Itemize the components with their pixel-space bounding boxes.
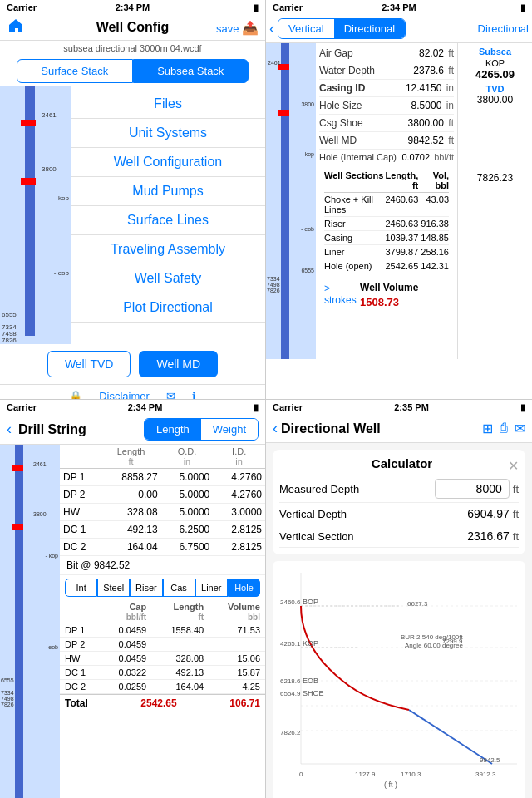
time-top-left: 2:34 PM	[116, 2, 150, 12]
well-md-button[interactable]: Well MD	[139, 351, 218, 377]
ds-row-3[interactable]: DC 1 492.13 6.2500 2.8125	[60, 521, 265, 539]
cap-cap-4: 0.0259	[101, 680, 151, 694]
cap-row-3[interactable]: DC 1 0.0322 492.13 15.87	[60, 666, 265, 680]
sec-tab-int[interactable]: Int	[65, 579, 97, 597]
tvd-label: TVD	[461, 84, 529, 94]
calc-header: ‹ Directional Well ⊞ ⎙ ✉	[266, 415, 532, 443]
well-config-panel: Carrier 2:34 PM ▮ Well Config save 📤 sub…	[0, 0, 266, 399]
ws-name-2: Casing	[324, 233, 385, 243]
home-button[interactable]	[7, 17, 25, 38]
vd-back-button[interactable]: ‹	[269, 20, 274, 37]
ds-length-1: 0.00	[101, 486, 161, 504]
ws-vol-4: 142.31	[418, 261, 449, 271]
calc-card-title: Calculator	[372, 456, 432, 470]
calculator-icon[interactable]: ⊞	[482, 421, 493, 436]
menu-mud-pumps[interactable]: Mud Pumps	[71, 177, 265, 206]
cap-length-2: 328.08	[151, 652, 209, 666]
ws-len-0: 2460.63	[385, 195, 418, 214]
ds-back-button[interactable]: ‹	[7, 421, 12, 438]
stack-buttons: Surface Stack Subsea Stack	[17, 59, 249, 83]
strokes-button[interactable]: > strokes	[324, 283, 360, 306]
sec-tab-liner[interactable]: Liner	[195, 579, 228, 597]
ds-row-4[interactable]: DC 2 164.04 6.7500 2.8125	[60, 539, 265, 556]
bit-depth-row: Bit @ 9842.52	[60, 556, 265, 575]
tab-vertical[interactable]: Vertical	[278, 19, 334, 38]
cap-col-vol: Volume bbl	[209, 600, 265, 623]
vd-label: Vertical Depth	[279, 508, 347, 520]
md-input[interactable]	[435, 479, 510, 499]
svg-text:EOB: EOB	[303, 677, 318, 685]
status-bar-bottom-left: Carrier 2:34 PM ▮	[0, 400, 265, 415]
capacity-table: Cap bbl/ft Length ft Volume bbl	[60, 600, 265, 694]
cap-length-3: 492.13	[151, 666, 209, 680]
cap-col-length: Length ft	[151, 600, 209, 623]
tab-length[interactable]: Length	[145, 419, 201, 440]
surface-stack-button[interactable]: Surface Stack	[17, 59, 133, 83]
ws-len-3: 3799.87	[385, 247, 418, 257]
sec-tab-cas[interactable]: Cas	[163, 579, 195, 597]
svg-text:9842.5: 9842.5	[480, 756, 500, 764]
share-icon-calc[interactable]: ✉	[515, 421, 525, 436]
csg-shoe-label: Csg Shoe	[319, 117, 363, 129]
kop-value: 4265.09	[461, 68, 529, 81]
print-icon[interactable]: ⎙	[500, 421, 508, 436]
menu-plot-directional[interactable]: Plot Directional	[71, 293, 265, 323]
ds-length-0: 8858.27	[101, 469, 161, 486]
well-volume-label: Well Volume 1508.73	[360, 279, 449, 309]
well-md-unit: ft	[448, 135, 454, 146]
ws-row-2: Casing 1039.37 148.85	[324, 231, 449, 245]
ds-id-3: 2.8125	[213, 521, 265, 539]
ds-name-3: DC 1	[60, 521, 101, 539]
ws-len-4: 2542.65	[385, 261, 418, 271]
vd-main-data: Air Gap 82.02 ft Water Depth 2378.6 ft C…	[316, 43, 457, 359]
calculator-panel: Carrier 2:35 PM ▮ ‹ Directional Well ⊞ ⎙…	[266, 399, 532, 798]
well-sections: Well Sections Length, ft Vol, bbl Choke …	[319, 165, 454, 277]
ds-length-4: 164.04	[101, 539, 161, 556]
sec-tab-hole[interactable]: Hole	[228, 579, 260, 597]
close-button[interactable]: ✕	[508, 458, 519, 474]
hole-size-value: 8.5000	[411, 100, 442, 111]
cap-row-1[interactable]: DP 2 0.0459	[60, 638, 265, 652]
sec-tab-steel[interactable]: Steel	[97, 579, 130, 597]
ds-row-1[interactable]: DP 2 0.00 5.0000 4.2760	[60, 486, 265, 504]
cap-footer: Total 2542.65 106.71	[60, 694, 265, 712]
svg-text:BUR 2.540 deg/100ft: BUR 2.540 deg/100ft	[401, 633, 463, 641]
ws-row-0: Choke + Kill Lines 2460.63 43.03	[324, 193, 449, 217]
save-button[interactable]: save 📤	[216, 20, 259, 36]
ws-row-1: Riser 2460.63 916.38	[324, 217, 449, 231]
vs-unit: ft	[513, 530, 519, 543]
ws-header-length: Length, ft	[386, 170, 419, 190]
well-path-svg: BOP 2460.6 KOP 4265.1 EOB 6218.6 SHOE 65…	[276, 564, 525, 797]
cap-row-4[interactable]: DC 2 0.0259 164.04 4.25	[60, 680, 265, 694]
vd-value: 6904.97	[467, 507, 510, 520]
menu-surface-lines[interactable]: Surface Lines	[71, 206, 265, 235]
subsea-stack-button[interactable]: Subsea Stack	[133, 59, 249, 83]
ws-len-2: 1039.37	[385, 233, 418, 243]
total-vol: 106.71	[229, 697, 260, 709]
svg-text:SHOE: SHOE	[303, 689, 324, 697]
ds-row-2[interactable]: HW 328.08 5.0000 3.0000	[60, 504, 265, 521]
ds-row-0[interactable]: DP 1 8858.27 5.0000 4.2760	[60, 469, 265, 486]
svg-text:( ft ): ( ft )	[384, 781, 397, 789]
water-depth-unit: ft	[448, 65, 454, 76]
cap-length-0: 1558.40	[151, 623, 209, 638]
carrier-bl: Carrier	[7, 402, 37, 412]
menu-files[interactable]: Files	[71, 90, 265, 119]
menu-traveling-assembly[interactable]: Traveling Assembly	[71, 235, 265, 264]
calc-back-button[interactable]: ‹	[273, 420, 278, 437]
menu-unit-systems[interactable]: Unit Systems	[71, 119, 265, 148]
casing-id-unit: in	[446, 82, 454, 94]
tab-directional[interactable]: Directional	[334, 19, 405, 38]
well-tvd-button[interactable]: Well TVD	[47, 351, 131, 377]
sec-tab-riser[interactable]: Riser	[130, 579, 162, 597]
well-config-header: Well Config save 📤	[0, 15, 265, 41]
drill-string-panel: Carrier 2:34 PM ▮ ‹ Drill String Length …	[0, 399, 266, 798]
menu-well-safety[interactable]: Well Safety	[71, 264, 265, 293]
menu-well-configuration[interactable]: Well Configuration	[71, 148, 265, 177]
tab-weight[interactable]: Weight	[201, 419, 258, 440]
ds-id-0: 4.2760	[213, 469, 265, 486]
cap-row-0[interactable]: DP 1 0.0459 1558.40 71.53	[60, 623, 265, 638]
kop-label: KOP	[461, 58, 529, 68]
cap-row-2[interactable]: HW 0.0459 328.08 15.06	[60, 652, 265, 666]
md-label: Measured Depth	[279, 483, 359, 495]
